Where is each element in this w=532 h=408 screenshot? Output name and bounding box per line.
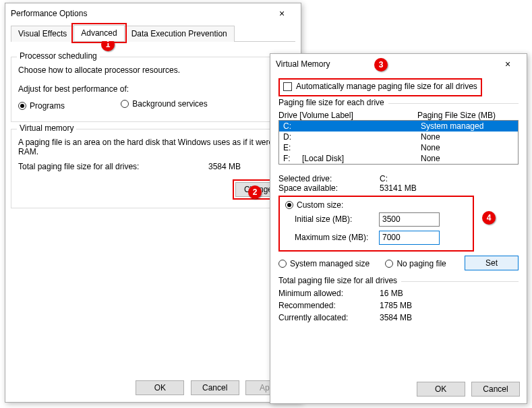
virtual-memory-dialog: Virtual Memory × Automatically manage pa… xyxy=(270,53,527,404)
drive-list[interactable]: C:System managed D:None E:None F:[Local … xyxy=(278,120,519,165)
radio-no-paging-label: No paging file xyxy=(396,259,446,268)
maximum-size-label: Maximum size (MB): xyxy=(295,233,379,242)
radio-custom-size[interactable]: Custom size: xyxy=(285,200,343,210)
set-button[interactable]: Set xyxy=(465,256,519,270)
radio-programs-label: Programs xyxy=(30,101,65,111)
radio-programs[interactable]: Programs xyxy=(18,101,65,111)
processor-scheduling-legend: Processor scheduling xyxy=(17,51,100,61)
selected-drive-label: Selected drive: xyxy=(278,174,380,183)
vm-desc: A paging file is an area on the hard dis… xyxy=(18,138,288,156)
dialog-button-row: OK Cancel Apply xyxy=(5,375,301,402)
radio-bg-label: Background services xyxy=(132,99,207,109)
tab-strip: Visual Effects Advanced Data Execution P… xyxy=(11,24,295,42)
space-available-value: 53141 MB xyxy=(380,183,417,193)
recommended-value: 1785 MB xyxy=(380,301,412,310)
processor-scheduling-group: Processor scheduling Choose how to alloc… xyxy=(11,57,295,122)
proc-desc: Choose how to allocate processor resourc… xyxy=(18,65,288,75)
min-allowed-label: Minimum allowed: xyxy=(278,289,380,298)
space-available-label: Space available: xyxy=(278,183,380,193)
drive-row-f[interactable]: F:[Local Disk]None xyxy=(279,153,518,164)
titlebar: Performance Options × xyxy=(5,3,301,24)
drive-row-e[interactable]: E:None xyxy=(279,142,518,153)
ok-button[interactable]: OK xyxy=(136,380,184,395)
each-drive-legend: Paging file size for each drive xyxy=(278,98,388,107)
radio-custom-label: Custom size: xyxy=(297,200,343,210)
radio-system-managed[interactable]: System managed size xyxy=(278,259,370,268)
close-icon[interactable]: × xyxy=(494,59,521,69)
vm-total-value: 3584 MB xyxy=(208,162,241,171)
annotation-badge-4: 4 xyxy=(482,211,496,225)
radio-no-paging[interactable]: No paging file xyxy=(385,259,446,268)
vm-button-row: OK Cancel xyxy=(270,376,527,403)
vm-total-label: Total paging file size for all drives: xyxy=(18,162,208,171)
col-size: Paging File Size (MB) xyxy=(417,111,519,120)
cancel-button[interactable]: Cancel xyxy=(191,380,239,395)
vm-ok-button[interactable]: OK xyxy=(417,382,465,397)
vm-titlebar: Virtual Memory × xyxy=(270,54,527,74)
radio-background-services[interactable]: Background services xyxy=(121,99,207,109)
virtual-memory-legend: Virtual memory xyxy=(17,123,76,133)
maximum-size-input[interactable] xyxy=(379,231,440,245)
auto-manage-label: Automatically manage paging file size fo… xyxy=(296,82,477,91)
totals-legend: Total paging file size for all drives xyxy=(278,276,401,285)
auto-manage-row: Automatically manage paging file size fo… xyxy=(278,78,482,96)
performance-options-dialog: Performance Options × Visual Effects Adv… xyxy=(5,3,301,403)
radio-system-managed-label: System managed size xyxy=(290,259,370,268)
selected-drive-value: C: xyxy=(380,174,388,183)
col-drive: Drive [Volume Label] xyxy=(278,111,417,120)
window-title: Performance Options xyxy=(11,9,268,18)
tab-dep[interactable]: Data Execution Prevention xyxy=(124,26,235,42)
auto-manage-checkbox[interactable]: Automatically manage paging file size fo… xyxy=(283,82,477,91)
tab-advanced[interactable]: Advanced xyxy=(73,25,124,41)
close-icon[interactable]: × xyxy=(268,8,295,19)
proc-adjust-label: Adjust for best performance of: xyxy=(18,84,288,94)
initial-size-label: Initial size (MB): xyxy=(295,214,379,224)
custom-size-box: Custom size: Initial size (MB): Maximum … xyxy=(278,196,474,252)
min-allowed-value: 16 MB xyxy=(380,289,403,298)
currently-allocated-value: 3584 MB xyxy=(380,313,412,322)
currently-allocated-label: Currently allocated: xyxy=(278,313,380,322)
tab-visual-effects[interactable]: Visual Effects xyxy=(11,26,74,42)
drive-row-d[interactable]: D:None xyxy=(279,132,518,142)
drive-row-c[interactable]: C:System managed xyxy=(279,121,518,132)
recommended-label: Recommended: xyxy=(278,301,380,310)
vm-cancel-button[interactable]: Cancel xyxy=(471,382,520,397)
annotation-badge-3: 3 xyxy=(374,58,388,71)
annotation-badge-2: 2 xyxy=(248,185,262,199)
initial-size-input[interactable] xyxy=(379,212,440,227)
